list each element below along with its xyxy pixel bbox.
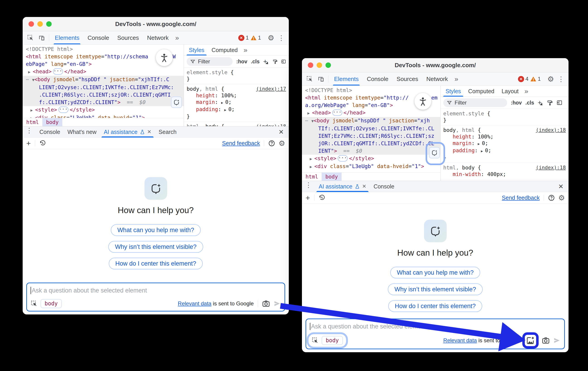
more-tabs-icon[interactable]: » [522, 86, 531, 97]
style-rule-body-html[interactable]: (index):17 body, html { height: 100%; ma… [184, 84, 289, 122]
kebab-menu-icon[interactable]: ⋮ [276, 34, 286, 42]
suggestion-why-not-visible[interactable]: Why isn’t this element visible? [108, 241, 203, 253]
suggestion-how-center[interactable]: How do I center this element? [388, 300, 482, 312]
close-drawer-icon[interactable]: ✕ [556, 181, 566, 192]
paint-roller-icon[interactable] [547, 100, 553, 106]
warning-badge[interactable]: 1 [530, 76, 541, 82]
new-style-rule-icon[interactable]: + [538, 99, 544, 107]
tab-styles[interactable]: Styles [185, 45, 208, 55]
drawer-tab-console[interactable]: Console [36, 126, 64, 137]
breadcrumb-body[interactable]: body [322, 173, 341, 181]
relevant-data-link[interactable]: Relevant data [443, 337, 477, 343]
stylesheet-link[interactable]: (index):18 [536, 127, 566, 133]
stylesheet-link[interactable]: (index):18 [256, 123, 286, 126]
device-toolbar-icon[interactable] [315, 72, 326, 86]
context-chip-body[interactable]: body [41, 299, 62, 308]
new-style-rule-icon[interactable]: + [263, 58, 269, 65]
toggle-class-editor[interactable]: .cls [525, 100, 534, 106]
more-tabs-icon[interactable]: » [173, 31, 181, 44]
ai-settings-gear-icon[interactable]: ⚙ [278, 140, 285, 147]
drawer-tab-console[interactable]: Console [370, 181, 398, 192]
close-tab-icon[interactable]: ✕ [362, 183, 366, 189]
paint-roller-icon[interactable] [273, 59, 278, 64]
panel-toggle-icon[interactable] [281, 59, 286, 64]
toggle-hover-state[interactable]: :hov [511, 100, 522, 106]
drawer-tab-ai-assistance[interactable]: AI assistance ✕ [100, 126, 155, 137]
new-chat-icon[interactable]: + [26, 139, 31, 148]
close-window-button[interactable] [308, 62, 313, 68]
context-chip-body[interactable]: body [322, 336, 343, 345]
history-icon[interactable] [39, 140, 46, 147]
breadcrumb-html[interactable]: html [302, 173, 322, 181]
camera-icon[interactable] [262, 300, 270, 308]
tab-console[interactable]: Console [84, 31, 113, 44]
zoom-window-button[interactable] [326, 62, 331, 68]
tab-computed[interactable]: Computed [464, 86, 498, 97]
more-tabs-icon[interactable]: » [241, 45, 250, 55]
drawer-tab-search[interactable]: Search [155, 126, 180, 137]
inspect-element-icon[interactable] [25, 31, 36, 44]
send-icon[interactable] [553, 337, 561, 344]
stylesheet-link[interactable]: (index):18 [536, 165, 566, 170]
style-rule-html-body[interactable]: (index):18 html, body { min-width: 400px… [441, 163, 568, 179]
minimize-window-button[interactable] [317, 62, 322, 68]
help-icon[interactable] [268, 140, 275, 147]
ai-prompt-box[interactable]: Ask a question about the selected elemen… [305, 319, 565, 349]
send-icon[interactable] [273, 300, 281, 307]
panel-toggle-icon[interactable] [556, 100, 562, 106]
ask-ai-button[interactable] [171, 97, 182, 108]
drawer-tab-ai-assistance[interactable]: AI assistance ✕ [315, 181, 370, 192]
ai-prompt-box[interactable]: Ask a question about the selected elemen… [26, 282, 285, 311]
minimize-window-button[interactable] [37, 21, 43, 27]
add-image-icon[interactable] [526, 336, 535, 345]
suggestion-how-center[interactable]: How do I center this element? [109, 258, 203, 270]
suggestion-what-can-you-help[interactable]: What can you help me with? [390, 267, 480, 279]
stylesheet-link[interactable]: (index):17 [256, 86, 286, 92]
error-badge[interactable]: ✕1 [238, 35, 249, 41]
tab-network[interactable]: Network [143, 31, 172, 44]
kebab-menu-icon[interactable]: ⋮ [556, 75, 566, 83]
drawer-kebab-icon[interactable]: ⋮ [25, 126, 36, 137]
tab-console[interactable]: Console [363, 72, 392, 86]
toggle-class-editor[interactable]: .cls [251, 59, 260, 65]
breadcrumb-html[interactable]: html [23, 118, 42, 126]
relevant-data-link[interactable]: Relevant data [178, 301, 211, 307]
drawer-tab-whats-new[interactable]: What's new [64, 126, 100, 137]
style-rule-element[interactable]: element.style {} [441, 109, 568, 125]
zoom-window-button[interactable] [46, 21, 52, 27]
tab-layout[interactable]: Layout [498, 86, 522, 97]
send-feedback-link[interactable]: Send feedback [222, 140, 260, 147]
tab-elements[interactable]: Elements [330, 72, 362, 86]
tab-network[interactable]: Network [422, 72, 452, 86]
ask-ai-button[interactable] [429, 147, 440, 158]
close-tab-icon[interactable]: ✕ [147, 129, 151, 135]
history-icon[interactable] [318, 194, 325, 201]
style-rule-element[interactable]: element.style {} [184, 68, 289, 84]
drawer-kebab-icon[interactable]: ⋮ [305, 181, 315, 192]
suggestion-why-not-visible[interactable]: Why isn’t this element visible? [388, 283, 483, 295]
tab-computed[interactable]: Computed [208, 45, 241, 55]
style-rule-clipped[interactable]: (index):18 html, body { [184, 122, 289, 126]
error-badge[interactable]: ✕4 [518, 76, 528, 82]
camera-icon[interactable] [542, 337, 550, 344]
tab-sources[interactable]: Sources [393, 72, 422, 86]
send-feedback-link[interactable]: Send feedback [502, 195, 540, 201]
select-element-icon[interactable] [312, 337, 318, 344]
select-element-icon[interactable] [31, 300, 37, 307]
tab-styles[interactable]: Styles [442, 86, 464, 97]
settings-gear-icon[interactable]: ⚙ [547, 75, 554, 83]
help-icon[interactable] [548, 194, 555, 201]
tab-elements[interactable]: Elements [51, 31, 83, 44]
inspect-element-icon[interactable] [304, 72, 315, 86]
tab-sources[interactable]: Sources [114, 31, 143, 44]
warning-badge[interactable]: 1 [251, 35, 261, 41]
breadcrumb-body[interactable]: body [42, 118, 62, 126]
suggestion-what-can-you-help[interactable]: What can you help me with? [111, 224, 201, 236]
filter-input[interactable]: Filter [443, 98, 507, 107]
new-chat-icon[interactable]: + [305, 193, 310, 202]
device-toolbar-icon[interactable] [36, 31, 47, 44]
toggle-hover-state[interactable]: :hov [236, 59, 247, 65]
style-rule-body-html[interactable]: (index):18 body, html { height: 100%; ma… [441, 125, 568, 163]
ai-settings-gear-icon[interactable]: ⚙ [558, 194, 565, 201]
more-tabs-icon[interactable]: » [452, 72, 461, 86]
